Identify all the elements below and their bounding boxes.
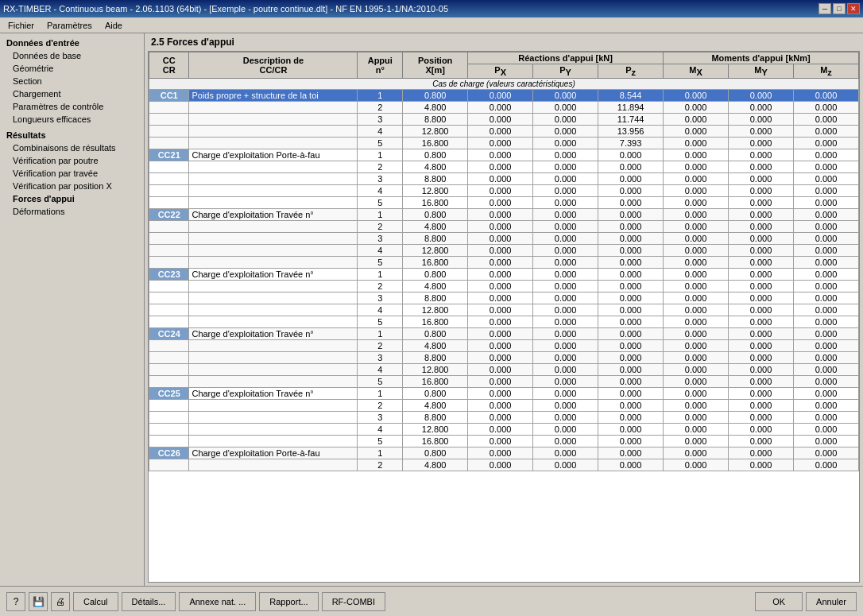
cc-cell (149, 114, 189, 126)
px-cell: 0.000 (468, 185, 533, 197)
table-row: 38.8000.0000.0000.0000.0000.0000.000 (149, 352, 859, 364)
ok-button[interactable]: OK (755, 592, 803, 611)
my-cell: 0.000 (729, 221, 794, 233)
menu-parametres[interactable]: Paramètres (41, 19, 99, 32)
sidebar-item-chargement[interactable]: Chargement (0, 87, 144, 100)
desc-cell (189, 161, 358, 173)
x-cell: 4.800 (403, 340, 468, 352)
desc-cell (189, 245, 358, 257)
appui-cell: 5 (358, 138, 403, 149)
mz-cell: 0.000 (793, 376, 858, 388)
sidebar-item-deformations[interactable]: Déformations (0, 205, 144, 218)
help-icon-btn[interactable]: ? (6, 592, 25, 611)
py-cell: 0.000 (533, 388, 598, 400)
sidebar-item-parametres-controle[interactable]: Paramètres de contrôle (0, 100, 144, 113)
cc-cell (149, 436, 189, 447)
appui-cell: 2 (358, 161, 403, 173)
table-container[interactable]: CCCR Description deCC/CR Appuin° Positio… (148, 51, 860, 583)
print-icon-btn[interactable]: 🖨 (51, 592, 70, 611)
save-icon-btn[interactable]: 💾 (29, 592, 48, 611)
pz-cell: 0.000 (598, 281, 664, 293)
py-cell: 0.000 (533, 459, 598, 471)
sidebar-item-geometrie[interactable]: Géométrie (0, 62, 144, 75)
mx-cell: 0.000 (664, 459, 729, 471)
px-cell: 0.000 (468, 412, 533, 424)
mx-cell: 0.000 (664, 245, 729, 257)
menu-bar: Fichier Paramètres Aide (0, 17, 863, 33)
window-controls[interactable]: ─ □ ✕ (818, 3, 860, 14)
py-cell: 0.000 (533, 209, 598, 221)
pz-cell: 0.000 (598, 221, 664, 233)
sidebar-item-longueurs-efficaces[interactable]: Longueurs efficaces (0, 113, 144, 126)
table-row: 516.8000.0000.0007.3930.0000.0000.000 (149, 138, 859, 149)
my-cell: 0.000 (729, 126, 794, 138)
mx-cell: 0.000 (664, 149, 729, 161)
pz-cell: 0.000 (598, 424, 664, 436)
menu-fichier[interactable]: Fichier (2, 19, 41, 32)
menu-aide[interactable]: Aide (99, 19, 129, 32)
table-row: CC1Poids propre + structure de la toi10.… (149, 90, 859, 102)
table-row: 516.8000.0000.0000.0000.0000.0000.000 (149, 316, 859, 328)
mx-cell: 0.000 (664, 161, 729, 173)
pz-cell: 0.000 (598, 436, 664, 447)
pz-cell: 0.000 (598, 173, 664, 185)
rapport-button[interactable]: Rapport... (259, 592, 318, 611)
sidebar-item-verification-travee[interactable]: Vérification par travée (0, 167, 144, 180)
my-cell: 0.000 (729, 304, 794, 316)
mx-cell: 0.000 (664, 269, 729, 281)
maximize-button[interactable]: □ (833, 3, 846, 14)
x-cell: 0.800 (403, 269, 468, 281)
mx-cell: 0.000 (664, 304, 729, 316)
sidebar-item-combinaisons[interactable]: Combinaisons de résultats (0, 141, 144, 154)
x-cell: 12.800 (403, 364, 468, 376)
cc-cell (149, 221, 189, 233)
pz-cell: 0.000 (598, 412, 664, 424)
x-cell: 8.800 (403, 233, 468, 245)
details-button[interactable]: Détails... (122, 592, 176, 611)
cas-label: Cas de charge (valeurs caractéristiques) (149, 79, 859, 90)
my-cell: 0.000 (729, 173, 794, 185)
annuler-button[interactable]: Annuler (806, 592, 857, 611)
sidebar-item-donnees-base[interactable]: Données de base (0, 49, 144, 62)
table-row: 38.8000.0000.0000.0000.0000.0000.000 (149, 293, 859, 304)
sidebar-item-section[interactable]: Section (0, 75, 144, 87)
px-cell: 0.000 (468, 90, 533, 102)
annexe-button[interactable]: Annexe nat. ... (179, 592, 256, 611)
cc-cell (149, 138, 189, 149)
calcul-button[interactable]: Calcul (73, 592, 118, 611)
desc-cell (189, 352, 358, 364)
px-cell: 0.000 (468, 126, 533, 138)
x-cell: 12.800 (403, 126, 468, 138)
sidebar-item-verification-position[interactable]: Vérification par position X (0, 180, 144, 192)
pz-cell: 0.000 (598, 233, 664, 245)
py-cell: 0.000 (533, 233, 598, 245)
appui-cell: 5 (358, 197, 403, 209)
x-cell: 0.800 (403, 328, 468, 340)
rf-combi-button[interactable]: RF-COMBI (322, 592, 385, 611)
desc-cell (189, 185, 358, 197)
my-cell: 0.000 (729, 376, 794, 388)
close-button[interactable]: ✕ (847, 3, 860, 14)
bottom-left-controls: ? 💾 🖨 Calcul Détails... Annexe nat. ... … (6, 592, 385, 611)
sidebar-item-forces-appui[interactable]: Forces d'appui (0, 192, 144, 205)
mz-cell: 0.000 (793, 138, 858, 149)
table-row: 24.8000.0000.0000.0000.0000.0000.000 (149, 161, 859, 173)
px-cell: 0.000 (468, 245, 533, 257)
pz-cell: 0.000 (598, 257, 664, 269)
my-cell: 0.000 (729, 316, 794, 328)
px-cell: 0.000 (468, 352, 533, 364)
desc-cell (189, 197, 358, 209)
x-cell: 4.800 (403, 400, 468, 412)
sidebar-item-verification-poutre[interactable]: Vérification par poutre (0, 154, 144, 167)
minimize-button[interactable]: ─ (818, 3, 831, 14)
pz-cell: 0.000 (598, 197, 664, 209)
px-cell: 0.000 (468, 161, 533, 173)
px-cell: 0.000 (468, 149, 533, 161)
appui-cell: 4 (358, 304, 403, 316)
mz-cell: 0.000 (793, 400, 858, 412)
mz-cell: 0.000 (793, 388, 858, 400)
mx-cell: 0.000 (664, 114, 729, 126)
desc-cell (189, 364, 358, 376)
px-cell: 0.000 (468, 138, 533, 149)
mx-cell: 0.000 (664, 126, 729, 138)
